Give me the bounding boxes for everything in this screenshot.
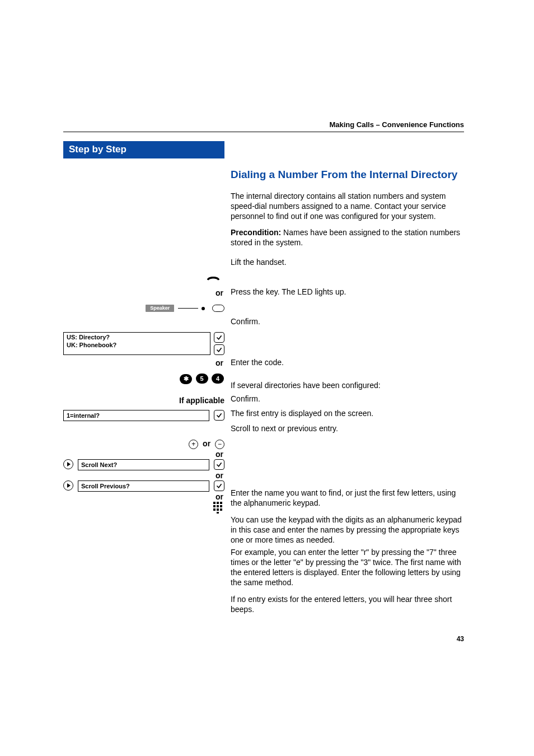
menu-option-internal: 1=internal?: [63, 410, 209, 421]
led-dot-icon: [202, 307, 205, 310]
svg-rect-4: [217, 505, 219, 507]
if-applicable-label: If applicable: [63, 396, 224, 405]
scroll-text: Scroll to next or previous entry.: [231, 424, 338, 434]
or-label: or: [63, 492, 224, 501]
section-heading: Dialing a Number From the Internal Direc…: [231, 168, 466, 181]
or-label-inline: or: [203, 439, 210, 448]
digit-4-key[interactable]: 4: [212, 374, 224, 384]
or-label: or: [63, 471, 224, 480]
play-icon[interactable]: [63, 459, 73, 469]
alpha-keypad-text-2: For example, you can enter the letter "r…: [231, 548, 466, 588]
keypad-icon: [213, 506, 223, 515]
menu-option-directory-us: US: Directory?: [67, 333, 207, 341]
alpha-keypad-text-1: You can use the keypad with the digits a…: [231, 515, 466, 545]
confirm-check-icon[interactable]: [214, 410, 224, 421]
header-rule: [63, 132, 464, 132]
confirm-text: Confirm.: [231, 394, 260, 404]
svg-rect-6: [213, 508, 216, 511]
first-entry-text: The first entry is displayed on the scre…: [231, 409, 373, 419]
star-key[interactable]: ✱: [180, 374, 192, 384]
menu-option-scroll-prev: Scroll Previous?: [78, 480, 209, 492]
play-icon[interactable]: [63, 480, 73, 491]
minus-key-icon[interactable]: −: [215, 440, 224, 449]
digit-5-key[interactable]: 5: [196, 374, 208, 384]
enter-code-text: Enter the code.: [231, 358, 284, 368]
no-entry-text: If no entry exists for the entered lette…: [231, 595, 466, 615]
svg-rect-8: [220, 508, 222, 511]
svg-rect-9: [217, 512, 219, 514]
confirm-check-icon[interactable]: [214, 480, 224, 491]
precondition-paragraph: Precondition: Names have been assigned t…: [231, 228, 466, 248]
or-label: or: [63, 450, 224, 459]
svg-rect-1: [217, 502, 219, 504]
confirm-check-icon[interactable]: [214, 332, 224, 343]
several-dirs-text: If several directories have been configu…: [231, 381, 381, 391]
handset-icon: [205, 275, 221, 284]
page-number: 43: [457, 635, 464, 643]
pill-key-icon[interactable]: [212, 305, 224, 312]
enter-name-text: Enter the name you want to find, or just…: [231, 488, 466, 508]
svg-rect-2: [220, 502, 222, 504]
press-key-text: Press the key. The LED lights up.: [231, 287, 346, 297]
key-line: [178, 308, 198, 309]
speaker-key-label[interactable]: Speaker: [146, 305, 174, 312]
or-label: or: [63, 358, 224, 367]
running-header: Making Calls – Convenience Functions: [229, 120, 464, 129]
precondition-label: Precondition:: [231, 228, 281, 237]
svg-rect-0: [213, 502, 216, 504]
confirm-check-icon[interactable]: [214, 459, 224, 470]
svg-rect-5: [220, 505, 222, 507]
svg-rect-3: [213, 505, 216, 507]
intro-paragraph: The internal directory contains all stat…: [231, 192, 466, 222]
svg-rect-7: [217, 508, 219, 511]
menu-option-directory-uk: UK: Phonebook?: [67, 341, 207, 349]
confirm-text: Confirm.: [231, 317, 260, 327]
sidebar-title: Step by Step: [63, 141, 224, 158]
lift-handset-text: Lift the handset.: [231, 258, 287, 268]
confirm-check-icon[interactable]: [214, 344, 224, 355]
menu-option-scroll-next: Scroll Next?: [78, 459, 209, 470]
or-label: or: [63, 288, 224, 297]
menu-option-directory: US: Directory? UK: Phonebook?: [63, 332, 210, 355]
plus-key-icon[interactable]: +: [189, 440, 198, 449]
